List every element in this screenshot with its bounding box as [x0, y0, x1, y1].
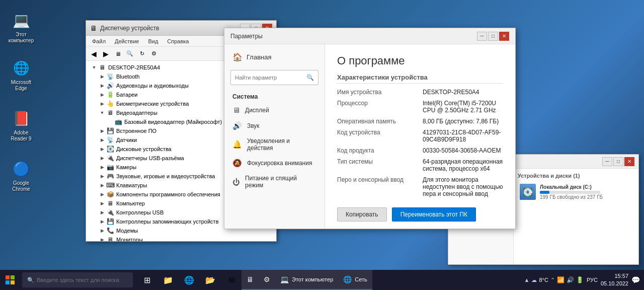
drive-c-free-space: 199 ГБ свободно из 237 ГБ: [540, 194, 603, 200]
audio-game-icon: 🎮: [106, 172, 114, 180]
taskbar-edge-btn[interactable]: 🌐: [179, 270, 199, 290]
expand-icon: ▼: [90, 63, 98, 71]
taskbar-explorer2-btn[interactable]: 📂: [200, 270, 220, 290]
taskbar-file-explorer[interactable]: 📁: [158, 270, 178, 290]
drive-c-progress-bar: [540, 191, 600, 194]
settings-nav-power-label: Питание и спящий режим: [245, 175, 316, 189]
start-button[interactable]: [0, 270, 20, 290]
about-row-device-name: Имя устройства DESKTOP-2RE50A4: [337, 89, 503, 96]
settings-search-box[interactable]: 🔍: [230, 70, 318, 85]
settings-nav-focus[interactable]: 🔕 Фокусировка внимания: [224, 155, 325, 171]
tree-audio-label: Аудиовходы и аудиовыходы: [116, 83, 189, 89]
settings-sidebar: 🏠 Главная 🔍 Система 🖥 Дисплей 🔊 Звук: [224, 44, 325, 229]
desktop-icon-chrome[interactable]: 🔵 Google Chrome: [5, 159, 37, 192]
home-icon: 🏠: [232, 52, 243, 62]
taskbar-task-view[interactable]: ⊞: [137, 270, 157, 290]
taskbar-network-icon: 🌐: [343, 275, 352, 283]
taskbar-time: 15:57: [601, 272, 628, 280]
forward-button[interactable]: ▶: [100, 48, 111, 59]
menu-view[interactable]: Вид: [144, 37, 162, 45]
tree-bluetooth-label: Bluetooth: [116, 74, 139, 80]
taskbar-clock[interactable]: 15:57 05.10.2022: [601, 272, 628, 288]
taskbar-date: 05.10.2022: [601, 280, 628, 287]
settings-close-button[interactable]: ✕: [499, 32, 509, 41]
settings-nav-sound-label: Звук: [247, 122, 260, 129]
about-row-processor: Процессор Intel(R) Core(TM) i5-7200U CPU…: [337, 100, 503, 114]
taskbar-device-manager-app[interactable]: 🖥: [242, 270, 259, 290]
rename-pc-button[interactable]: Переименовать этот ПК: [392, 207, 476, 222]
tray-expand-icon[interactable]: ⌃: [550, 277, 555, 283]
about-key-product-id: Код продукта: [337, 147, 423, 154]
settings-minimize-button[interactable]: ─: [477, 32, 487, 41]
about-row-pen-touch: Перо и сенсорный ввод Для этого монитора…: [337, 176, 503, 197]
settings-home-btn[interactable]: 🏠 Главная: [224, 48, 325, 66]
explorer-window-controls: ─ □ ✕: [602, 157, 634, 166]
device-manager-title: Диспетчер устройств: [100, 25, 240, 32]
tray-notifications-icon[interactable]: 💬: [631, 276, 640, 284]
drive-c-icon: 💽: [520, 184, 536, 200]
drive-c-used-bar: [540, 191, 549, 194]
settings-home-label: Главная: [247, 53, 271, 61]
toolbar-icon1[interactable]: 🖥: [112, 48, 123, 59]
taskbar-explorer-icon: 💻: [280, 275, 289, 283]
tray-chevron-icon[interactable]: ▲: [524, 277, 530, 283]
taskbar-network-app[interactable]: 🌐 Сеть: [338, 270, 372, 290]
keyboard-icon: ⌨: [106, 181, 114, 189]
explorer-minimize-button[interactable]: ─: [602, 157, 612, 166]
toolbar-icon2[interactable]: 🔍: [124, 48, 135, 59]
power-icon: ⏻: [232, 178, 240, 186]
tree-monitors[interactable]: ▶ 🖥 Мониторы: [88, 235, 274, 241]
tray-speaker-icon[interactable]: 🔊: [567, 276, 574, 283]
toolbar-icon3[interactable]: ↻: [136, 48, 147, 59]
sw-icon: 📦: [106, 190, 114, 198]
sound-icon: 🔊: [232, 121, 242, 130]
explorer-main: Устройства и диски (1) 💽 Локальный диск …: [514, 169, 638, 264]
tray-network-icon[interactable]: 📶: [557, 276, 565, 283]
video-icon: 📺: [114, 118, 122, 126]
explorer-close-button[interactable]: ✕: [624, 157, 634, 166]
toolbar-icon4[interactable]: ⚙: [148, 48, 159, 59]
settings-nav-power[interactable]: ⏻ Питание и спящий режим: [224, 171, 325, 192]
taskbar-settings-icon: ⚙: [264, 275, 270, 283]
taskbar-settings-app[interactable]: ⚙: [259, 270, 275, 290]
settings-nav-sound[interactable]: 🔊 Звук: [224, 118, 325, 134]
explorer-maximize-button[interactable]: □: [613, 157, 623, 166]
settings-search-input[interactable]: [235, 75, 306, 81]
tray-battery-icon[interactable]: 🔋: [576, 276, 584, 283]
desktop-icon-adobe[interactable]: 📕 Adobe Reader 9: [5, 108, 37, 142]
settings-maximize-button[interactable]: □: [488, 32, 498, 41]
copy-button[interactable]: Копировать: [337, 207, 387, 222]
taskbar-search-input[interactable]: [37, 277, 128, 283]
focus-icon: 🔕: [232, 159, 242, 168]
svg-rect-2: [6, 280, 10, 284]
usb-icon: 🔌: [106, 154, 114, 162]
drive-c[interactable]: 💽 Локальный диск (C:) 199 ГБ свободно из…: [518, 182, 634, 202]
taskbar-mail-btn[interactable]: ✉: [221, 270, 242, 290]
back-button[interactable]: ◀: [88, 48, 99, 59]
settings-nav-display[interactable]: 🖥 Дисплей: [224, 102, 325, 118]
menu-file[interactable]: Файл: [88, 37, 110, 45]
tree-video-label: Видеоадаптеры: [116, 110, 157, 116]
adobe-icon: 📕: [11, 108, 31, 128]
desktop-icon-edge[interactable]: 🌐 Microsoft Edge: [5, 58, 37, 92]
settings-titlebar[interactable]: Параметры ─ □ ✕: [224, 28, 515, 44]
desktop-icon-computer[interactable]: 💻 Этот компьютер: [5, 10, 37, 44]
camera-icon: 📷: [106, 163, 114, 171]
taskbar-explorer-app[interactable]: 💻 Этот компьютер: [275, 270, 338, 290]
chrome-icon: 🔵: [11, 159, 31, 179]
modem-icon: 📞: [106, 227, 114, 235]
settings-title-text: Параметры: [230, 33, 477, 40]
about-val-device-id: 41297031-21C8-4D07-AF59-09C4B9D9F918: [423, 129, 503, 143]
settings-window-controls: ─ □ ✕: [477, 32, 509, 41]
menu-action[interactable]: Действие: [111, 37, 143, 45]
device-manager-title-icon: 🖥: [90, 24, 97, 32]
settings-nav-notifications[interactable]: 🔔 Уведомления и действия: [224, 134, 325, 155]
search-icon: 🔍: [306, 74, 314, 81]
taskbar-network-label: Сеть: [355, 276, 367, 282]
tray-weather-icon: ☁: [531, 277, 537, 283]
taskbar-search-box[interactable]: 🔍: [22, 272, 133, 287]
menu-help[interactable]: Справка: [163, 37, 193, 45]
computer-icon: 🖥: [98, 63, 106, 71]
about-val-pen-touch: Для этого монитора недоступен ввод с пом…: [423, 176, 503, 197]
about-val-system-type: 64-разрядная операционная система, проце…: [423, 158, 503, 172]
